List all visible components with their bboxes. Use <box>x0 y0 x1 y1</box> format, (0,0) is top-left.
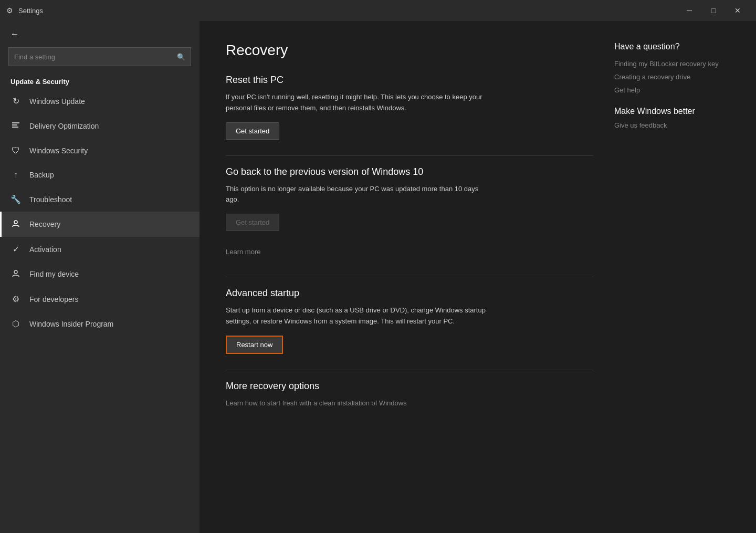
title-bar-title: Settings <box>18 7 43 15</box>
sidebar-item-for-developers[interactable]: ⚙ For developers <box>0 287 200 311</box>
sidebar-item-windows-insider[interactable]: ⬡ Windows Insider Program <box>0 311 200 336</box>
divider-3 <box>226 370 593 370</box>
sidebar-item-label: Windows Insider Program <box>29 320 113 328</box>
help-panel: Have a question? Finding my BitLocker re… <box>614 42 730 512</box>
go-back-title: Go back to the previous version of Windo… <box>226 166 593 177</box>
section-go-back: Go back to the previous version of Windo… <box>226 166 593 232</box>
reset-pc-description: If your PC isn't running well, resetting… <box>226 92 488 114</box>
svg-rect-2 <box>12 127 18 128</box>
make-better-title: Make Windows better <box>614 107 730 116</box>
advanced-startup-title: Advanced startup <box>226 288 593 299</box>
backup-icon: ↑ <box>10 170 21 180</box>
sidebar-item-label: Troubleshoot <box>29 195 72 204</box>
help-link-bitlocker[interactable]: Finding my BitLocker recovery key <box>614 60 730 68</box>
sidebar-item-label: Backup <box>29 171 54 179</box>
more-recovery-description: Learn how to start fresh with a clean in… <box>226 398 488 409</box>
troubleshoot-icon: 🔧 <box>10 194 21 204</box>
more-recovery-title: More recovery options <box>226 381 593 392</box>
sidebar-item-label: Delivery Optimization <box>29 122 99 130</box>
help-title: Have a question? <box>614 42 730 51</box>
divider-2 <box>226 277 593 277</box>
advanced-startup-description: Start up from a device or disc (such as … <box>226 305 488 327</box>
content-area: Recovery Reset this PC If your PC isn't … <box>200 21 756 533</box>
settings-icon: ⚙ <box>6 6 13 15</box>
sidebar-item-windows-security[interactable]: 🛡 Windows Security <box>0 139 200 163</box>
content-main: Recovery Reset this PC If your PC isn't … <box>226 42 593 512</box>
app-body: ← 🔍 Update & Security ↻ Windows Update D… <box>0 21 756 533</box>
sidebar-item-windows-update[interactable]: ↻ Windows Update <box>0 89 200 113</box>
feedback-link[interactable]: Give us feedback <box>614 121 730 129</box>
for-developers-icon: ⚙ <box>10 294 21 304</box>
title-bar: ⚙ Settings ─ □ ✕ <box>0 0 756 21</box>
divider-1 <box>226 155 593 156</box>
maximize-button[interactable]: □ <box>701 0 726 21</box>
search-icon: 🔍 <box>177 53 185 61</box>
page-title: Recovery <box>226 42 593 59</box>
sidebar-category: Update & Security <box>0 70 200 89</box>
section-reset-pc: Reset this PC If your PC isn't running w… <box>226 75 593 140</box>
restart-now-button[interactable]: Restart now <box>226 336 283 354</box>
delivery-optimization-icon <box>10 121 21 131</box>
svg-point-3 <box>14 221 17 224</box>
help-link-get-help[interactable]: Get help <box>614 86 730 94</box>
sidebar-item-label: For developers <box>29 295 78 304</box>
sidebar-item-delivery-optimization[interactable]: Delivery Optimization <box>0 113 200 139</box>
svg-rect-1 <box>12 124 17 126</box>
svg-rect-0 <box>12 122 19 123</box>
close-button[interactable]: ✕ <box>726 0 750 21</box>
minimize-button[interactable]: ─ <box>677 0 701 21</box>
back-button[interactable]: ← <box>0 21 200 47</box>
sidebar-item-troubleshoot[interactable]: 🔧 Troubleshoot <box>0 187 200 212</box>
help-link-recovery-drive[interactable]: Creating a recovery drive <box>614 73 730 81</box>
sidebar-item-label: Windows Update <box>29 97 85 106</box>
sidebar-item-label: Windows Security <box>29 147 88 155</box>
title-bar-controls: ─ □ ✕ <box>677 0 750 21</box>
sidebar-item-label: Recovery <box>29 220 60 228</box>
go-back-description: This option is no longer available becau… <box>226 184 488 206</box>
sidebar-item-backup[interactable]: ↑ Backup <box>0 163 200 187</box>
sidebar-item-find-my-device[interactable]: Find my device <box>0 262 200 287</box>
section-more-recovery: More recovery options Learn how to start… <box>226 381 593 409</box>
section-advanced-startup: Advanced startup Start up from a device … <box>226 288 593 354</box>
windows-security-icon: 🛡 <box>10 146 21 155</box>
sidebar: ← 🔍 Update & Security ↻ Windows Update D… <box>0 21 200 533</box>
back-arrow-icon: ← <box>10 29 19 39</box>
activation-icon: ✓ <box>10 244 21 254</box>
search-box[interactable]: 🔍 <box>8 47 191 66</box>
reset-pc-button[interactable]: Get started <box>226 122 279 140</box>
svg-point-4 <box>14 270 17 274</box>
sidebar-item-label: Find my device <box>29 270 79 278</box>
learn-more-link[interactable]: Learn more <box>226 248 260 256</box>
sidebar-item-recovery[interactable]: Recovery <box>0 212 200 237</box>
sidebar-item-activation[interactable]: ✓ Activation <box>0 237 200 262</box>
recovery-icon <box>10 219 21 229</box>
sidebar-item-label: Activation <box>29 245 61 254</box>
title-bar-left: ⚙ Settings <box>6 6 677 15</box>
go-back-button[interactable]: Get started <box>226 214 279 231</box>
windows-insider-icon: ⬡ <box>10 319 21 329</box>
windows-update-icon: ↻ <box>10 96 21 106</box>
search-input[interactable] <box>14 53 173 61</box>
find-my-device-icon <box>10 269 21 279</box>
reset-pc-title: Reset this PC <box>226 75 593 86</box>
